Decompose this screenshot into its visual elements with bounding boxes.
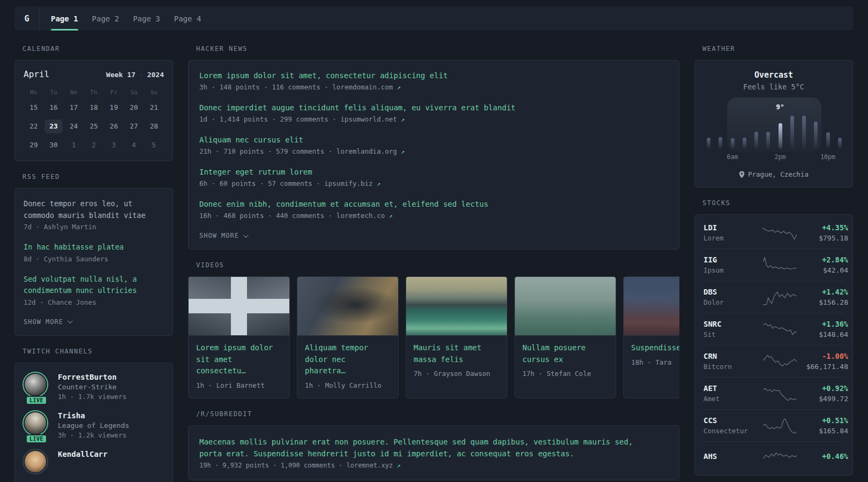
rss-item: In hac habitasse platea 8d · Cynthia Sau… <box>24 242 164 263</box>
external-link-icon[interactable]: ↗ <box>377 180 380 187</box>
stock-values: +4.35% $795.18 <box>799 223 848 242</box>
subreddit-post-link[interactable]: Maecenas mollis pulvinar erat non posuer… <box>199 436 652 460</box>
videos-widget: VIDEOS Lorem ipsum dolor sit amet consec… <box>188 261 679 398</box>
video-thumbnail <box>189 277 289 336</box>
video-title-link[interactable]: Mauris sit amet massa felis <box>414 342 499 365</box>
rss-item: Donec tempor eros leo, ut commodo mauris… <box>24 198 164 231</box>
stock-id: IIG Ipsum <box>704 255 761 274</box>
calendar-day: 22 <box>25 119 42 133</box>
stock-sparkline <box>761 224 799 242</box>
weather-feels-like: Feels like 5°C <box>707 82 841 91</box>
stock-price: $165.84 <box>799 427 848 435</box>
video-title-link[interactable]: Nullam posuere cursus ex <box>522 342 608 365</box>
stock-symbol: AHS <box>704 452 761 461</box>
rss-show-more-button[interactable]: SHOW MORE <box>24 318 71 326</box>
left-column: CALENDAR April Week 17 · 2024 Mo Tu We <box>14 45 173 482</box>
stock-id: AET Amet <box>704 384 761 403</box>
hn-item-meta: 3h · 148 points · 116 comments · loremdo… <box>199 83 668 91</box>
calendar-day: 27 <box>125 119 143 133</box>
rss-item-meta: 8d · Cynthia Saunders <box>24 255 164 263</box>
stock-price: $499.72 <box>799 395 848 403</box>
stock-row[interactable]: IIG Ipsum +2.84% $42.04 <box>704 248 844 281</box>
stock-symbol: DBS <box>704 288 761 296</box>
twitch-channel-row[interactable]: LIVE Trisha League of Legends 3h · 1.2k … <box>24 411 164 439</box>
avatar <box>24 411 47 435</box>
subreddit-widget-title: /R/SUBREDDIT <box>196 410 679 418</box>
video-body: Mauris sit amet massa felis 7h · Grayson… <box>406 336 507 386</box>
hn-item-link[interactable]: Aliquam nec cursus elit <box>199 134 303 146</box>
hn-item-link[interactable]: Lorem ipsum dolor sit amet, consectetur … <box>199 70 448 81</box>
video-title-link[interactable]: Lorem ipsum dolor sit amet consectetu… <box>196 342 282 377</box>
weekday-label: We <box>64 89 84 96</box>
stock-row[interactable]: AHS +0.46% <box>704 441 844 473</box>
stock-values: +0.51% $165.84 <box>799 416 848 435</box>
sparkline-path <box>763 388 797 400</box>
stock-values: +2.84% $42.04 <box>799 255 848 274</box>
external-link-icon[interactable]: ↗ <box>389 212 393 220</box>
avatar-wrap: LIVE <box>24 411 49 439</box>
hn-item: Donec imperdiet augue tincidunt felis al… <box>199 102 668 123</box>
calendar-day: 19 <box>105 101 123 115</box>
stock-sparkline <box>761 385 799 403</box>
calendar-day-next-month: 5 <box>145 138 163 152</box>
hn-item-link[interactable]: Integer eget rutrum lorem <box>199 167 312 178</box>
video-meta: 1h · Molly Carrillo <box>305 381 391 389</box>
rss-card: Donec tempor eros leo, ut commodo mauris… <box>14 188 173 336</box>
calendar-day: 26 <box>105 119 123 133</box>
app-logo[interactable]: G <box>14 6 40 31</box>
twitch-channel-row[interactable]: LIVE ForrestBurton Counter-Strike 1h · 1… <box>24 373 164 401</box>
stocks-widget: STOCKS LDI Lorem +4.35% $795.18 <box>694 199 853 476</box>
video-meta: 1h · Lori Barnett <box>196 381 282 389</box>
tab-page-2[interactable]: Page 2 <box>92 6 119 31</box>
video-body: Lorem ipsum dolor sit amet consectetu… 1… <box>189 336 289 398</box>
stock-name: Ipsum <box>704 266 761 274</box>
hn-show-more-button[interactable]: SHOW MORE <box>199 232 247 239</box>
stock-symbol: AET <box>704 384 761 393</box>
video-title-link[interactable]: Aliquam tempor dolor nec pharetra… <box>305 342 391 377</box>
hn-item-meta-text: 16h · 468 points · 440 comments · loremt… <box>199 212 385 220</box>
video-thumbnail <box>406 277 507 336</box>
rss-item-link[interactable]: Sed volutpat nulla nisl, a condimentum n… <box>24 274 148 297</box>
tab-page-3[interactable]: Page 3 <box>133 6 160 31</box>
video-card[interactable]: Mauris sit amet massa felis 7h · Grayson… <box>406 276 507 398</box>
video-thumbnail <box>624 277 679 336</box>
tab-label: Page 2 <box>92 14 119 23</box>
hn-item-link[interactable]: Donec imperdiet augue tincidunt felis al… <box>199 102 515 114</box>
tab-page-4[interactable]: Page 4 <box>174 6 201 31</box>
stock-id: DBS Dolor <box>704 288 761 306</box>
calendar-day-next-month: 1 <box>65 138 83 152</box>
external-link-icon[interactable]: ↗ <box>401 148 405 155</box>
stock-row[interactable]: AET Amet +0.92% $499.72 <box>704 377 844 409</box>
stock-row[interactable]: CCS Consectetur +0.51% $165.84 <box>704 409 844 441</box>
sparkline-path <box>763 323 797 334</box>
stock-row[interactable]: DBS Dolor +1.42% $156.28 <box>704 281 844 313</box>
video-card[interactable]: Aliquam tempor dolor nec pharetra… 1h · … <box>297 276 399 398</box>
stock-row[interactable]: LDI Lorem +4.35% $795.18 <box>704 217 844 248</box>
stock-values: +0.92% $499.72 <box>799 384 848 403</box>
temperature-bar <box>766 132 770 149</box>
external-link-icon[interactable]: ↗ <box>401 116 405 123</box>
twitch-channel-row[interactable]: KendallCarr <box>24 450 164 473</box>
external-link-icon[interactable]: ↗ <box>396 462 400 469</box>
video-thumbnail <box>515 277 616 336</box>
hackernews-widget: HACKER NEWS Lorem ipsum dolor sit amet, … <box>188 45 679 250</box>
external-link-icon[interactable]: ↗ <box>397 84 401 91</box>
rss-item-link[interactable]: In hac habitasse platea <box>24 242 148 253</box>
stock-id: CCS Consectetur <box>704 416 761 435</box>
stock-name: Lorem <box>704 234 761 242</box>
rss-item-link[interactable]: Donec tempor eros leo, ut commodo mauris… <box>24 198 148 221</box>
calendar-week: Week 17 · 2024 <box>106 71 164 79</box>
video-card[interactable]: Suspendisse diam 18h · Tara <box>623 276 679 398</box>
stock-row[interactable]: SNRC Sit +1.36% $148.64 <box>704 313 844 345</box>
channel-viewers: 1h · 1.7k viewers <box>58 393 126 401</box>
calendar-week-number: Week 17 <box>106 71 136 79</box>
video-card[interactable]: Lorem ipsum dolor sit amet consectetu… 1… <box>188 276 290 398</box>
tab-page-1[interactable]: Page 1 <box>51 6 78 31</box>
video-card[interactable]: Nullam posuere cursus ex 17h · Stefan Co… <box>514 276 616 398</box>
tab-label: Page 1 <box>51 14 78 23</box>
tab-label: Page 3 <box>133 14 160 23</box>
video-title-link[interactable]: Suspendisse diam <box>631 342 679 354</box>
stock-change: -1.00% <box>799 352 848 360</box>
stock-row[interactable]: CRN Bitcorn -1.00% $66,171.48 <box>704 345 844 377</box>
hn-item-link[interactable]: Donec enim nibh, condimentum et accumsan… <box>199 199 488 210</box>
